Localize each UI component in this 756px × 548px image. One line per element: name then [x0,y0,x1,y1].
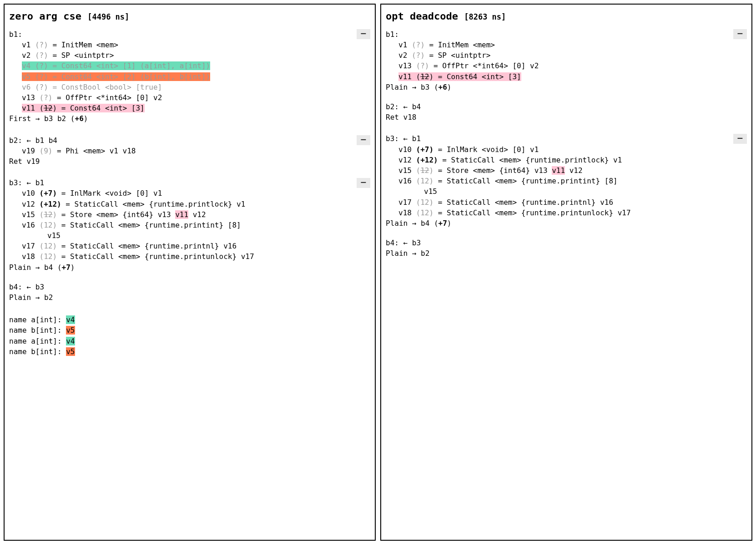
block-exit: Plain → b4 (+7) [9,262,370,273]
block-b1-body: v1 (?) = InitMem <mem> v2 (?) = SP <uint… [386,40,747,82]
name-entry: name b[int]: v5 [9,346,370,357]
ssa-line: v10 (+7) = InlMark <void> [0] v1 [398,144,747,155]
ssa-line: v12 (+12) = StaticCall <mem> {runtime.pr… [22,199,370,209]
names-section: name a[int]: v4 name b[int]: v5 name a[i… [9,315,370,357]
ssa-line: v1 (?) = InitMem <mem> [22,40,370,50]
ssa-line-cont: v15 [398,186,747,197]
block-b2-body: v19 (9) = Phi <mem> v1 v18 [9,146,370,156]
collapse-button[interactable]: – [733,29,747,39]
name-entry: name a[int]: v4 [9,336,370,346]
ssa-line: v18 (12) = StaticCall <mem> {runtime.pri… [22,251,370,262]
block-b4-header: b4: ← b3 [386,238,747,248]
ssa-line: v2 (?) = SP <uintptr> [398,50,747,61]
collapse-button[interactable]: – [357,29,370,39]
ssa-line: v16 (12) = StaticCall <mem> {runtime.pri… [398,176,747,186]
ssa-line: v19 (9) = Phi <mem> v1 v18 [22,146,370,156]
block-exit: First → b3 b2 (+6) [9,113,370,124]
ssa-line-cont: v15 [22,230,370,241]
name-entry: name a[int]: v4 [9,315,370,325]
block-b4-header: b4: ← b3 [9,282,370,292]
block-label: b3: ← b1 [386,133,733,144]
ssa-line: v17 (12) = StaticCall <mem> {runtime.pri… [22,241,370,251]
panel-title-left: zero arg cse [4496 ns] [9,9,370,24]
panel-ns: [4496 ns] [87,12,129,21]
block-exit: Plain → b4 (+7) [386,218,747,228]
ssa-line: v2 (?) = SP <uintptr> [22,50,370,61]
ssa-line: v12 (+12) = StaticCall <mem> {runtime.pr… [398,155,747,165]
block-label: b1: [386,29,733,40]
block-b1-header: b1: – [386,29,747,40]
block-exit: Plain → b3 (+6) [386,82,747,92]
ssa-line-dead: v6 (?) = ConstBool <bool> [true] [22,82,370,92]
panel-title-text: opt deadcode [386,10,458,22]
block-b1-header: b1: – [9,29,370,40]
block-b3-header: b3: ← b1 – [386,133,747,144]
ssa-line: v11 (12) = Const64 <int> [3] [398,71,747,82]
ssa-line: v15 (12) = Store <mem> {int64} v13 v11 v… [22,209,370,220]
ssa-line: v1 (?) = InitMem <mem> [398,40,747,50]
block-b3-header: b3: ← b1 – [9,178,370,188]
block-b3-body: v10 (+7) = InlMark <void> [0] v1 v12 (+1… [9,188,370,262]
ssa-line: v13 (?) = OffPtr <*int64> [0] v2 [398,61,747,71]
collapse-button[interactable]: – [357,135,370,145]
right-panel: opt deadcode [8263 ns] b1: – v1 (?) = In… [380,4,752,541]
ssa-line: v4 (?) = Const64 <int> [1] (a[int], a[in… [22,61,370,71]
block-b2-header: b2: ← b4 [386,101,747,112]
ssa-line: v11 (12) = Const64 <int> [3] [22,103,370,113]
block-label: b3: ← b1 [9,178,357,188]
ssa-line: v18 (12) = StaticCall <mem> {runtime.pri… [398,208,747,218]
ssa-line: v15 (12) = Store <mem> {int64} v13 v11 v… [398,165,747,176]
panel-title-text: zero arg cse [9,10,81,22]
ssa-line: v17 (12) = StaticCall <mem> {runtime.pri… [398,197,747,208]
panel-ns: [8263 ns] [464,12,506,21]
block-label: b2: ← b1 b4 [9,135,357,146]
block-exit: Ret v19 [9,156,370,167]
block-exit: Plain → b2 [9,292,370,303]
ssa-line: v16 (12) = StaticCall <mem> {runtime.pri… [22,220,370,230]
ssa-line: v13 (?) = OffPtr <*int64> [0] v2 [22,92,370,103]
left-panel: zero arg cse [4496 ns] b1: – v1 (?) = In… [4,4,376,541]
ssa-line: v10 (+7) = InlMark <void> [0] v1 [22,188,370,198]
collapse-button[interactable]: – [733,134,747,144]
panel-title-right: opt deadcode [8263 ns] [386,9,747,24]
block-b3-body: v10 (+7) = InlMark <void> [0] v1 v12 (+1… [386,144,747,218]
block-exit: Plain → b2 [386,248,747,259]
block-exit: Ret v18 [386,112,747,122]
block-label: b1: [9,29,357,40]
block-b2-header: b2: ← b1 b4 – [9,135,370,146]
collapse-button[interactable]: – [357,178,370,188]
ssa-line: v5 (?) = Const64 <int> [2] (b[int], b[in… [22,71,370,82]
block-b1-body: v1 (?) = InitMem <mem> v2 (?) = SP <uint… [9,40,370,113]
name-entry: name b[int]: v5 [9,325,370,335]
